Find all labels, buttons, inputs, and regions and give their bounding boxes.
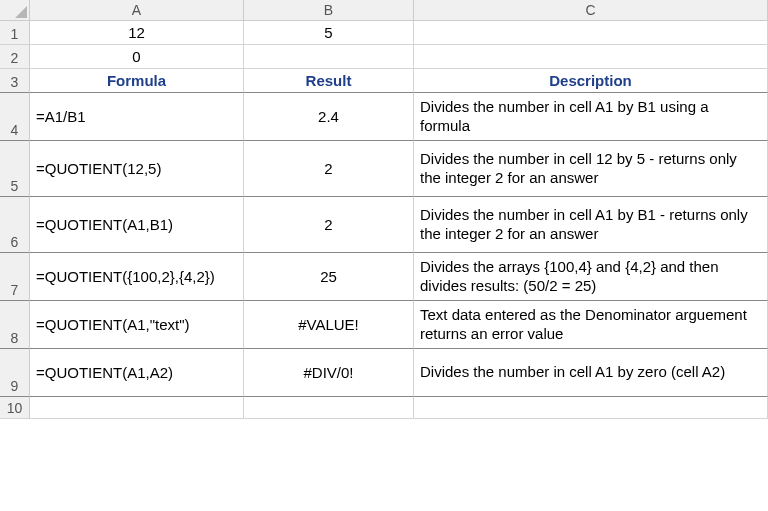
cell-a6[interactable]: =QUOTIENT(A1,B1)	[30, 197, 244, 253]
cell-a4[interactable]: =A1/B1	[30, 93, 244, 141]
cell-a10[interactable]	[30, 397, 244, 419]
header-formula[interactable]: Formula	[30, 69, 244, 93]
cell-b6[interactable]: 2	[244, 197, 414, 253]
cell-b10[interactable]	[244, 397, 414, 419]
cell-b2[interactable]	[244, 45, 414, 69]
row-header-9[interactable]: 9	[0, 349, 30, 397]
row-header-8[interactable]: 8	[0, 301, 30, 349]
cell-c9[interactable]: Divides the number in cell A1 by zero (c…	[414, 349, 768, 397]
row-header-5[interactable]: 5	[0, 141, 30, 197]
cell-b4[interactable]: 2.4	[244, 93, 414, 141]
spreadsheet-grid: A B C 1 12 5 2 0 3 Formula Result Descri…	[0, 0, 768, 419]
cell-a9[interactable]: =QUOTIENT(A1,A2)	[30, 349, 244, 397]
cell-c8[interactable]: Text data entered as the Denominator arg…	[414, 301, 768, 349]
cell-a8[interactable]: =QUOTIENT(A1,"text")	[30, 301, 244, 349]
col-header-a[interactable]: A	[30, 0, 244, 21]
cell-a5[interactable]: =QUOTIENT(12,5)	[30, 141, 244, 197]
select-all-icon	[15, 6, 27, 18]
col-header-c[interactable]: C	[414, 0, 768, 21]
row-header-6[interactable]: 6	[0, 197, 30, 253]
col-header-b[interactable]: B	[244, 0, 414, 21]
cell-c4[interactable]: Divides the number in cell A1 by B1 usin…	[414, 93, 768, 141]
cell-b7[interactable]: 25	[244, 253, 414, 301]
row-header-7[interactable]: 7	[0, 253, 30, 301]
cell-a2[interactable]: 0	[30, 45, 244, 69]
cell-b8[interactable]: #VALUE!	[244, 301, 414, 349]
svg-marker-0	[15, 6, 27, 18]
cell-c2[interactable]	[414, 45, 768, 69]
row-header-4[interactable]: 4	[0, 93, 30, 141]
cell-b1[interactable]: 5	[244, 21, 414, 45]
select-all-corner[interactable]	[0, 0, 30, 21]
header-description[interactable]: Description	[414, 69, 768, 93]
cell-c6[interactable]: Divides the number in cell A1 by B1 - re…	[414, 197, 768, 253]
header-result[interactable]: Result	[244, 69, 414, 93]
cell-c5[interactable]: Divides the number in cell 12 by 5 - ret…	[414, 141, 768, 197]
cell-b5[interactable]: 2	[244, 141, 414, 197]
cell-c1[interactable]	[414, 21, 768, 45]
cell-c7[interactable]: Divides the arrays {100,4} and {4,2} and…	[414, 253, 768, 301]
row-header-2[interactable]: 2	[0, 45, 30, 69]
row-header-1[interactable]: 1	[0, 21, 30, 45]
cell-a1[interactable]: 12	[30, 21, 244, 45]
cell-c10[interactable]	[414, 397, 768, 419]
row-header-10[interactable]: 10	[0, 397, 30, 419]
cell-b9[interactable]: #DIV/0!	[244, 349, 414, 397]
row-header-3[interactable]: 3	[0, 69, 30, 93]
cell-a7[interactable]: =QUOTIENT({100,2},{4,2})	[30, 253, 244, 301]
